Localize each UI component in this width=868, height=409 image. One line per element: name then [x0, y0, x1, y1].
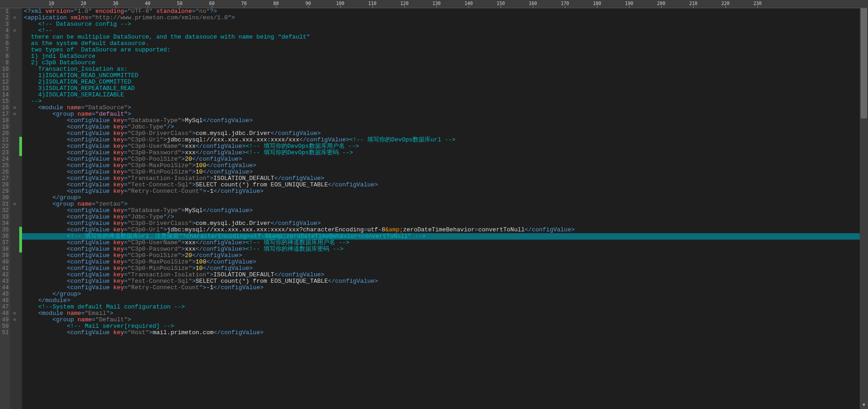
line-number[interactable]: 19: [0, 124, 9, 130]
code-line[interactable]: <configValue key="Retry-Connect-Count">-…: [22, 285, 860, 291]
code-line[interactable]: <group name="zentao">: [22, 201, 860, 207]
code-line[interactable]: <configValue key="C3p0-DriverClass">com.…: [22, 130, 860, 137]
line-number[interactable]: 5: [0, 34, 9, 40]
fold-toggle[interactable]: [10, 169, 19, 175]
fold-toggle[interactable]: [10, 330, 19, 336]
code-line[interactable]: <configValue key="Database-Type">MySql</…: [22, 118, 860, 124]
line-number[interactable]: 14: [0, 92, 9, 98]
code-line[interactable]: <group name="default">: [22, 111, 860, 118]
code-line[interactable]: </group>: [22, 291, 860, 297]
code-line[interactable]: -->: [22, 98, 860, 105]
fold-toggle[interactable]: [10, 188, 19, 195]
fold-toggle[interactable]: [10, 92, 19, 98]
fold-toggle[interactable]: [10, 175, 19, 182]
code-line[interactable]: </group>: [22, 195, 860, 201]
fold-toggle[interactable]: [10, 137, 19, 143]
fold-toggle[interactable]: [10, 53, 19, 60]
fold-toggle[interactable]: [10, 227, 19, 233]
scroll-down-icon[interactable]: ▼: [860, 402, 868, 409]
line-number[interactable]: 34: [0, 220, 9, 227]
line-number[interactable]: 45: [0, 291, 9, 297]
scrollbar-thumb[interactable]: [861, 8, 867, 118]
code-line[interactable]: two types of DataSource are supported:: [22, 47, 860, 53]
line-number[interactable]: 20: [0, 130, 9, 137]
fold-toggle[interactable]: [10, 240, 19, 246]
code-line[interactable]: <configValue key="Test-Connect-Sql">SELE…: [22, 278, 860, 285]
fold-toggle[interactable]: [10, 233, 19, 240]
code-line[interactable]: <!--System default Mail configuration --…: [22, 304, 860, 310]
code-line[interactable]: <configValue key="C3p0-Password">xxx</co…: [22, 246, 860, 252]
line-number[interactable]: 15: [0, 98, 9, 105]
line-number[interactable]: 24: [0, 156, 9, 162]
fold-toggle[interactable]: [10, 285, 19, 291]
code-line[interactable]: <configValue key="C3p0-MaxPoolSize">100<…: [22, 162, 860, 169]
code-line[interactable]: <configValue key="Jdbc-Type"/>: [22, 124, 860, 130]
code-line[interactable]: <configValue key="C3p0-UserName">xxx</co…: [22, 240, 860, 246]
code-line[interactable]: <module name="Email">: [22, 310, 860, 317]
code-line[interactable]: <configValue key="Transaction-Isolation"…: [22, 272, 860, 278]
code-line[interactable]: 1)ISOLATION_READ_UNCOMMITTED: [22, 73, 860, 79]
line-number[interactable]: 41: [0, 265, 9, 272]
fold-toggle[interactable]: ⊟: [10, 317, 19, 323]
fold-toggle[interactable]: [10, 118, 19, 124]
code-line[interactable]: <configValue key="C3p0-MaxPoolSize">100<…: [22, 259, 860, 265]
fold-toggle[interactable]: ⊟: [10, 28, 19, 34]
code-line[interactable]: <!-- Datasource config -->: [22, 21, 860, 28]
fold-toggle[interactable]: [10, 323, 19, 330]
code-line[interactable]: <configValue key="C3p0-DriverClass">com.…: [22, 220, 860, 227]
fold-toggle[interactable]: [10, 162, 19, 169]
line-number[interactable]: 21: [0, 137, 9, 143]
code-line[interactable]: <application xmlns="http://www.primeton.…: [22, 15, 860, 21]
fold-toggle[interactable]: [10, 98, 19, 105]
fold-toggle[interactable]: [10, 291, 19, 297]
line-number[interactable]: 44: [0, 285, 9, 291]
fold-toggle[interactable]: [10, 214, 19, 220]
line-number[interactable]: 30: [0, 195, 9, 201]
code-line[interactable]: <configValue key="Host">mail.primeton.co…: [22, 330, 860, 336]
line-number[interactable]: 29: [0, 188, 9, 195]
line-number[interactable]: 9: [0, 60, 9, 66]
fold-toggle[interactable]: ⊟: [10, 111, 19, 118]
line-number[interactable]: 18: [0, 118, 9, 124]
fold-toggle[interactable]: ⊟: [10, 310, 19, 317]
fold-toggle[interactable]: [10, 252, 19, 259]
line-number[interactable]: 51: [0, 330, 9, 336]
code-line[interactable]: <?xml version="1.0" encoding="UTF-8" sta…: [22, 8, 860, 15]
fold-toggle[interactable]: [10, 130, 19, 137]
line-number[interactable]: 13: [0, 85, 9, 92]
fold-toggle[interactable]: [10, 272, 19, 278]
fold-toggle[interactable]: [10, 85, 19, 92]
line-number[interactable]: 26: [0, 169, 9, 175]
fold-toggle[interactable]: [10, 73, 19, 79]
fold-toggle[interactable]: [10, 297, 19, 304]
fold-toggle[interactable]: ⊟: [10, 105, 19, 111]
line-number[interactable]: 27: [0, 175, 9, 182]
code-line[interactable]: <module name="DataSource">: [22, 105, 860, 111]
line-number[interactable]: 33: [0, 214, 9, 220]
code-line[interactable]: <configValue key="C3p0-PoolSize">20</con…: [22, 156, 860, 162]
fold-toggle[interactable]: [10, 220, 19, 227]
line-number[interactable]: 7: [0, 47, 9, 53]
line-number[interactable]: 38: [0, 246, 9, 252]
vertical-scrollbar[interactable]: ▲ ▼: [860, 8, 868, 409]
code-line[interactable]: <configValue key="Test-Connect-Sql">SELE…: [22, 182, 860, 188]
fold-toggle[interactable]: [10, 21, 19, 28]
fold-toggle[interactable]: [10, 143, 19, 150]
code-line[interactable]: 1) jndi DataSource: [22, 53, 860, 60]
code-line[interactable]: <configValue key="C3p0-PoolSize">20</con…: [22, 252, 860, 259]
code-line[interactable]: 2) c3p0 DataSource: [22, 60, 860, 66]
line-number[interactable]: 50: [0, 323, 9, 330]
fold-toggle[interactable]: [10, 265, 19, 272]
line-number[interactable]: 1: [0, 8, 9, 15]
code-line[interactable]: <configValue key="C3p0-Url">jdbc:mysql:/…: [22, 137, 860, 143]
code-line[interactable]: <configValue key="C3p0-MinPoolSize">10</…: [22, 265, 860, 272]
fold-toggle[interactable]: [10, 246, 19, 252]
fold-toggle[interactable]: [10, 156, 19, 162]
code-line[interactable]: <configValue key="C3p0-UserName">xxx</co…: [22, 143, 860, 150]
code-line[interactable]: <configValue key="C3p0-Url">jdbc:mysql:/…: [22, 227, 860, 233]
code-line[interactable]: <!--: [22, 28, 860, 34]
line-number[interactable]: 28: [0, 182, 9, 188]
line-number[interactable]: 32: [0, 207, 9, 214]
fold-toggle[interactable]: ⊟: [10, 201, 19, 207]
code-line[interactable]: <!-- 填写你的禅道数据库url，注意保留"?characterEncodin…: [22, 233, 860, 240]
